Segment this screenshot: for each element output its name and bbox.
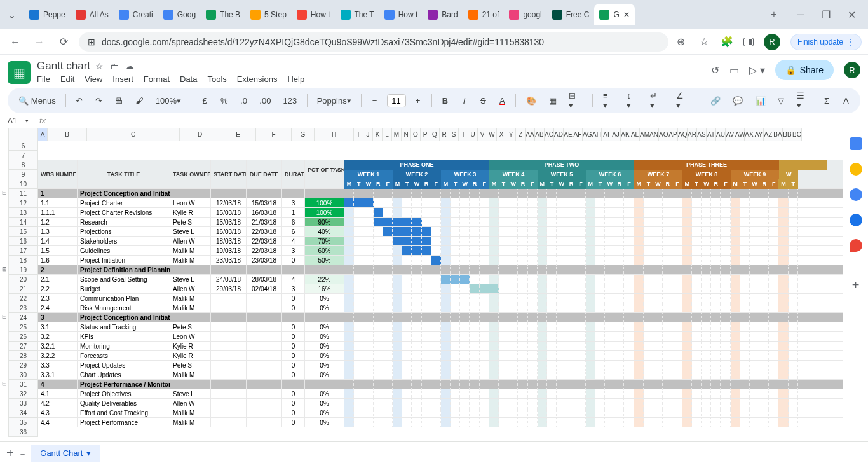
row-header[interactable]: 19 [9, 265, 38, 275]
column-header[interactable]: C [87, 128, 180, 141]
column-header[interactable]: AI [602, 128, 611, 141]
outline-toggle[interactable] [0, 303, 8, 313]
column-header[interactable]: N [402, 128, 411, 141]
finish-update-button[interactable]: Finish update ⋮ [790, 34, 862, 50]
browser-tab[interactable]: G✕ [594, 4, 634, 25]
more-formats-button[interactable]: 123 [280, 93, 301, 108]
row-header[interactable]: 10 [9, 179, 38, 189]
add-addon-button[interactable]: + [852, 278, 860, 293]
comment-button[interactable]: 💬 [729, 93, 747, 108]
column-header[interactable]: P [421, 128, 430, 141]
column-header[interactable]: T [459, 128, 468, 141]
outline-toggle[interactable] [0, 218, 8, 227]
column-header[interactable]: H [315, 128, 354, 141]
task-row[interactable]: 3.3.1 Chart Updates Malik M 0 0% [38, 370, 843, 380]
column-header[interactable]: V [478, 128, 487, 141]
print-button[interactable]: 🖶 [111, 93, 126, 108]
menu-tools[interactable]: Tools [207, 74, 226, 84]
functions-button[interactable]: Σ [820, 93, 834, 108]
column-header[interactable]: AK [621, 128, 630, 141]
row-header[interactable]: 14 [9, 218, 38, 227]
column-header[interactable]: I [354, 128, 363, 141]
wrap-button[interactable]: ↵ ▾ [646, 88, 667, 113]
browser-tab[interactable]: Creati [114, 4, 158, 25]
filter-views-button[interactable]: ☰ ▾ [793, 88, 815, 113]
column-header[interactable]: AJ [611, 128, 621, 141]
column-header[interactable]: AL [630, 128, 640, 141]
menu-extensions[interactable]: Extensions [237, 74, 278, 84]
font-select[interactable]: Poppins ▾ [314, 93, 355, 108]
column-header[interactable]: Y [506, 128, 516, 141]
grid-content[interactable]: WBS NUMBER TASK TITLE TASK OWNER START D… [38, 141, 843, 437]
column-header[interactable]: D [180, 128, 220, 141]
outline-toggle[interactable] [0, 361, 8, 370]
contacts-icon[interactable] [850, 214, 862, 226]
section-row[interactable]: 3 Project Conception and Initiation [38, 313, 843, 322]
filter-button[interactable]: ▽ [774, 93, 788, 108]
maximize-button[interactable]: ❐ [820, 9, 832, 21]
document-title[interactable]: Gantt chart [37, 60, 90, 73]
row-header[interactable]: 32 [9, 389, 38, 399]
task-row[interactable]: 1.2 Research Pete S 15/03/18 21/03/18 6 … [38, 218, 843, 227]
outline-toggle[interactable] [0, 399, 8, 408]
row-header[interactable]: 8 [9, 160, 38, 170]
task-row[interactable]: 1.6 Project Initiation Malik M 23/03/18 … [38, 256, 843, 265]
star-icon[interactable]: ☆ [95, 61, 104, 71]
menu-help[interactable]: Help [287, 74, 304, 84]
minimize-button[interactable]: ─ [794, 9, 807, 21]
merge-button[interactable]: ⊟ ▾ [565, 88, 586, 113]
browser-tab[interactable]: All As [71, 4, 114, 25]
column-header[interactable]: BB [783, 128, 792, 141]
row-header[interactable]: 36 [9, 427, 38, 437]
column-header[interactable]: AT [707, 128, 716, 141]
sheet-tab-active[interactable]: Gantt Chart ▾ [31, 445, 100, 462]
history-icon[interactable]: ↺ [711, 64, 719, 76]
chart-button[interactable]: 📊 [752, 93, 769, 108]
column-header[interactable]: F [256, 128, 292, 141]
link-button[interactable]: 🔗 [707, 93, 724, 108]
tasks-icon[interactable] [850, 188, 862, 201]
section-row[interactable]: 2 Project Definition and Planning [38, 265, 843, 275]
task-row[interactable]: 1.5 Guidelines Malik M 19/03/18 22/03/18… [38, 246, 843, 256]
browser-tab[interactable]: Bard [423, 4, 463, 25]
outline-toggle[interactable] [0, 418, 8, 427]
row-header[interactable]: 27 [9, 342, 38, 351]
column-header[interactable]: S [449, 128, 459, 141]
task-row[interactable]: 4.4 Project Performance Malik M 0 0% [38, 418, 843, 427]
meet-icon[interactable]: ▷ ▾ [749, 64, 764, 76]
column-header[interactable]: AC [545, 128, 554, 141]
task-row[interactable]: 4.2 Quality Deliverables Allen W 0 0% [38, 399, 843, 408]
column-header[interactable]: AG [583, 128, 592, 141]
outline-toggle[interactable] [0, 237, 8, 246]
column-header[interactable]: Z [516, 128, 526, 141]
calendar-icon[interactable] [850, 137, 862, 150]
task-row[interactable]: 1.1 Project Charter Leon W 12/03/18 15/0… [38, 198, 843, 208]
column-header[interactable]: AV [726, 128, 735, 141]
row-header[interactable]: 34 [9, 408, 38, 418]
outline-toggle[interactable] [0, 427, 8, 437]
browser-tab[interactable]: 5 Step [245, 4, 292, 25]
strike-button[interactable]: S [476, 93, 490, 108]
row-headers[interactable]: 6789101112131415161718192021222324252627… [9, 141, 38, 437]
column-header[interactable]: AQ [678, 128, 688, 141]
column-header[interactable]: AE [564, 128, 573, 141]
outline-toggle[interactable]: ⊟ [0, 265, 8, 275]
column-header[interactable]: AD [554, 128, 564, 141]
site-info-icon[interactable]: ⊞ [88, 37, 95, 47]
row-header[interactable]: 23 [9, 303, 38, 313]
outline-toggle[interactable]: ⊟ [0, 189, 8, 198]
column-header[interactable]: BA [773, 128, 783, 141]
row-header[interactable]: 30 [9, 370, 38, 380]
text-color-button[interactable]: A [495, 93, 509, 108]
task-row[interactable]: 1.3 Projections Steve L 16/03/18 22/03/1… [38, 227, 843, 237]
close-window-button[interactable]: ✕ [845, 9, 858, 21]
account-avatar[interactable]: R [844, 62, 860, 78]
outline-toggle[interactable] [0, 294, 8, 303]
increase-decimal-button[interactable]: .00 [256, 93, 275, 108]
column-header[interactable]: W [487, 128, 497, 141]
forward-button[interactable]: → [31, 33, 48, 51]
zoom-select[interactable]: 100% ▾ [153, 93, 185, 108]
outline-toggle[interactable] [0, 170, 8, 179]
row-header[interactable]: 26 [9, 332, 38, 342]
paint-format-button[interactable]: 🖌 [132, 93, 147, 108]
